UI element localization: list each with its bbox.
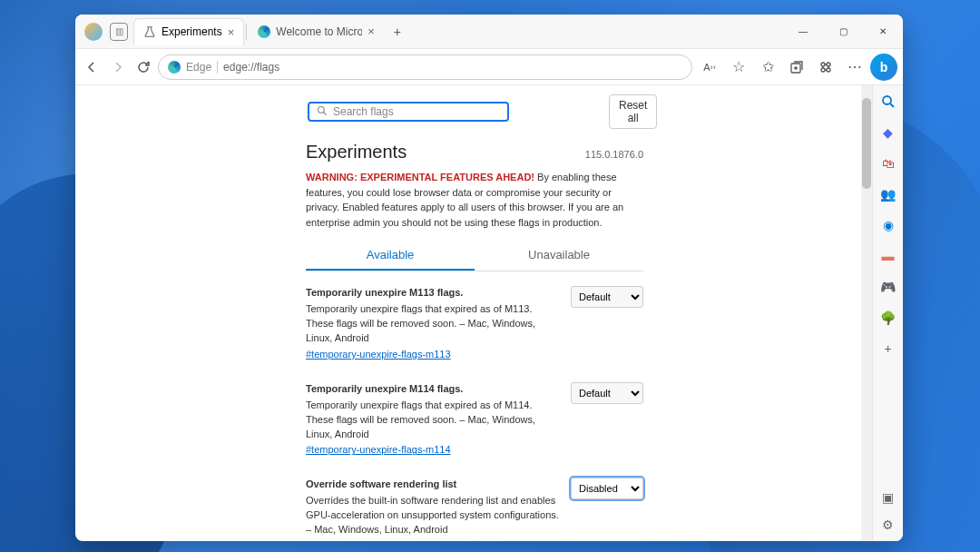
collections-icon[interactable] bbox=[783, 54, 810, 81]
flask-icon bbox=[143, 25, 156, 38]
flag-state-dropdown[interactable]: Default bbox=[571, 286, 643, 308]
flag-row: Override software rendering list Overrid… bbox=[306, 478, 643, 541]
maximize-button[interactable]: ▢ bbox=[823, 15, 863, 49]
search-icon[interactable] bbox=[879, 93, 897, 111]
favorites-icon[interactable]: ✩ bbox=[754, 54, 781, 81]
flag-title: Temporarily unexpire M114 flags. bbox=[306, 382, 560, 397]
tools-icon[interactable]: ◆ bbox=[879, 123, 897, 142]
flag-description: Overrides the built-in software renderin… bbox=[306, 494, 560, 537]
tab-unavailable[interactable]: Unavailable bbox=[475, 241, 643, 271]
scrollbar[interactable] bbox=[861, 85, 872, 541]
flag-title: Temporarily unexpire M113 flags. bbox=[306, 286, 560, 301]
add-sidebar-button[interactable]: + bbox=[879, 340, 897, 358]
warning-text: WARNING: EXPERIMENTAL FEATURES AHEAD! By… bbox=[306, 170, 643, 230]
search-icon bbox=[317, 105, 328, 119]
flag-row: Temporarily unexpire M113 flags. Tempora… bbox=[306, 286, 643, 362]
flag-title: Override software rendering list bbox=[306, 478, 560, 492]
outlook-icon[interactable]: ◉ bbox=[879, 216, 897, 234]
office-icon[interactable]: ▬ bbox=[879, 247, 897, 265]
edge-sidebar: ◆ 🛍 👥 ◉ ▬ 🎮 🌳 + ▣ ⚙ bbox=[872, 85, 903, 541]
close-window-button[interactable]: ✕ bbox=[863, 15, 903, 49]
search-flags-input[interactable]: Search flags bbox=[308, 102, 509, 122]
toolbar: Edge edge://flags A›› ☆ ✩ ⋯ b bbox=[75, 49, 903, 85]
close-icon[interactable]: × bbox=[228, 25, 235, 39]
address-bar[interactable]: Edge edge://flags bbox=[158, 54, 692, 80]
tab-experiments[interactable]: Experiments × bbox=[133, 18, 244, 45]
refresh-button[interactable] bbox=[132, 54, 154, 81]
svg-point-6 bbox=[883, 96, 891, 104]
browser-window: ▥ Experiments × Welcome to Microsoft Edg… bbox=[75, 15, 903, 541]
warning-highlight: WARNING: EXPERIMENTAL FEATURES AHEAD! bbox=[306, 172, 534, 182]
version-label: 115.0.1876.0 bbox=[585, 149, 643, 160]
back-button[interactable] bbox=[81, 54, 103, 81]
flag-anchor-link[interactable]: #temporary-unexpire-flags-m113 bbox=[306, 348, 451, 362]
settings-icon[interactable]: ⚙ bbox=[879, 516, 897, 534]
profile-avatar[interactable] bbox=[84, 23, 103, 41]
svg-point-3 bbox=[821, 68, 825, 72]
shopping-icon[interactable]: 🛍 bbox=[879, 154, 897, 172]
flag-state-dropdown[interactable]: Default bbox=[571, 382, 643, 404]
search-placeholder: Search flags bbox=[333, 105, 394, 118]
people-icon[interactable]: 👥 bbox=[879, 185, 897, 203]
svg-point-2 bbox=[827, 63, 830, 66]
forward-button[interactable] bbox=[106, 54, 128, 81]
svg-point-1 bbox=[821, 63, 825, 66]
flag-row: Temporarily unexpire M114 flags. Tempora… bbox=[306, 382, 643, 458]
flag-state-dropdown[interactable]: Disabled bbox=[571, 478, 643, 499]
extensions-icon[interactable] bbox=[812, 54, 839, 81]
address-prefix: Edge bbox=[186, 61, 218, 74]
new-tab-button[interactable]: + bbox=[386, 20, 409, 44]
flag-tabs: Available Unavailable bbox=[306, 241, 643, 271]
flag-description: Temporarily unexpire flags that expired … bbox=[306, 399, 560, 442]
edge-icon bbox=[168, 61, 181, 74]
edge-icon bbox=[258, 25, 270, 38]
tab-available[interactable]: Available bbox=[306, 241, 475, 271]
sidebar-toggle-icon[interactable]: ▣ bbox=[879, 488, 897, 507]
page-title: Experiments bbox=[306, 142, 407, 163]
address-url: edge://flags bbox=[223, 61, 279, 74]
tab-actions-button[interactable]: ▥ bbox=[110, 23, 128, 41]
tab-welcome[interactable]: Welcome to Microsoft Edge Can × bbox=[249, 18, 384, 45]
read-aloud-icon[interactable]: A›› bbox=[696, 54, 723, 81]
reset-all-button[interactable]: Reset all bbox=[609, 94, 657, 129]
flag-description: Temporarily unexpire flags that expired … bbox=[306, 302, 560, 346]
svg-point-5 bbox=[318, 106, 325, 113]
tab-label: Welcome to Microsoft Edge Can bbox=[276, 25, 362, 38]
games-icon[interactable]: 🎮 bbox=[879, 278, 897, 296]
favorite-star-icon[interactable]: ☆ bbox=[725, 54, 752, 81]
flag-anchor-link[interactable]: #ignore-gpu-blocklist bbox=[306, 539, 398, 541]
titlebar: ▥ Experiments × Welcome to Microsoft Edg… bbox=[75, 15, 903, 49]
svg-point-4 bbox=[827, 68, 830, 72]
bing-chat-button[interactable]: b bbox=[870, 54, 897, 81]
page-content: Search flags Reset all Experiments 115.0… bbox=[75, 85, 872, 541]
close-icon[interactable]: × bbox=[368, 25, 375, 38]
minimize-button[interactable]: — bbox=[783, 15, 823, 49]
tab-label: Experiments bbox=[162, 25, 222, 38]
menu-button[interactable]: ⋯ bbox=[841, 54, 868, 81]
flag-anchor-link[interactable]: #temporary-unexpire-flags-m114 bbox=[306, 443, 451, 458]
tree-icon[interactable]: 🌳 bbox=[879, 309, 897, 327]
